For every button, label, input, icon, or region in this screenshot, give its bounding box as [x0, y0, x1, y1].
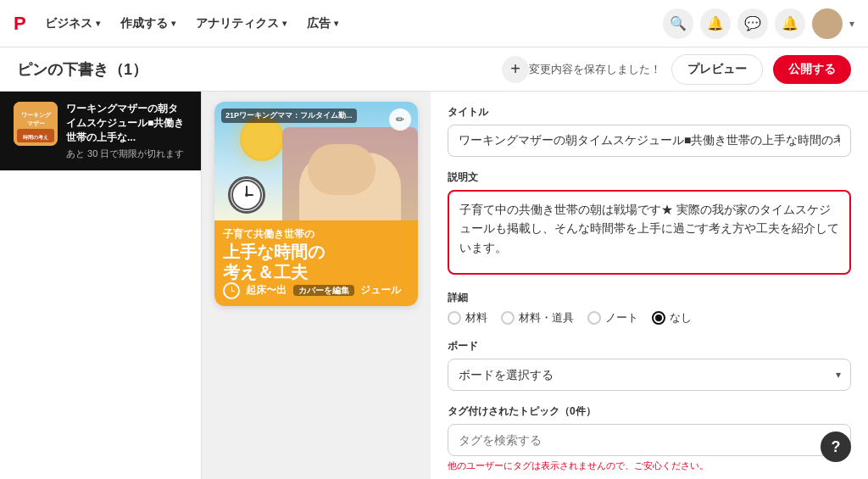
draft-thumbnail: ワーキング マザー 時間の考え [14, 102, 58, 146]
nav-business-chevron: ▾ [96, 19, 100, 28]
topnav-right: 🔍 🔔 💬 🔔 ▾ [663, 8, 854, 39]
sun-graphic [240, 117, 284, 161]
radio-materials-tools[interactable]: 材料・道具 [501, 310, 574, 326]
nav-ads-chevron: ▾ [334, 19, 338, 28]
svg-text:時間の考え: 時間の考え [23, 134, 48, 140]
svg-point-8 [245, 193, 248, 197]
messages-button[interactable]: 💬 [737, 8, 768, 39]
image-badge: 21Pワーキングママ：フルタイム勤... [221, 109, 357, 123]
nav-business-label: ビジネス [45, 16, 92, 31]
radio-none[interactable]: なし [652, 310, 692, 326]
preview-button[interactable]: プレビュー [671, 54, 763, 85]
detail-radio-group: 材料 材料・道具 ノート なし [448, 310, 851, 326]
title-input[interactable] [448, 125, 851, 157]
alerts-button[interactable]: 🔔 [775, 8, 805, 39]
page-title: ピンの下書き（1） [17, 59, 493, 80]
main-layout: ワーキング マザー 時間の考え ワーキングマザーの朝タイムスケジュール■共働き世… [0, 92, 868, 479]
pin-image-bottom: 子育て共働き世帯の 上手な時間の 考え＆工夫 起床〜出 カバーを編集 ジュール [214, 220, 418, 306]
draft-list: ワーキング マザー 時間の考え ワーキングマザーの朝タイムスケジュール■共働き世… [0, 92, 202, 479]
tag-search-input[interactable] [448, 424, 851, 456]
radio-materials[interactable]: 材料 [448, 310, 487, 326]
radio-label-materials: 材料 [465, 310, 487, 326]
pin-image-top: 21Pワーキングママ：フルタイム勤... ✏ [214, 102, 418, 220]
svg-text:マザー: マザー [27, 120, 45, 127]
draft-expire: あと 30 日で期限が切れます [66, 148, 187, 160]
svg-text:ワーキング: ワーキング [21, 112, 52, 118]
desc-label: 説明文 [448, 170, 851, 185]
subheader-actions: 変更内容を保存しました！ プレビュー 公開する [529, 54, 851, 85]
edit-image-button[interactable]: ✏ [389, 109, 411, 131]
pin-footer: 起床〜出 [246, 284, 287, 296]
user-avatar[interactable] [812, 8, 843, 39]
search-button[interactable]: 🔍 [663, 8, 693, 39]
pin-card: 21Pワーキングママ：フルタイム勤... ✏ 子育て共働き世帯の 上手な時間の … [214, 102, 418, 306]
clock-graphic [228, 176, 265, 214]
radio-circle-note [587, 311, 601, 325]
nav-business[interactable]: ビジネス ▾ [36, 11, 108, 36]
saved-message: 変更内容を保存しました！ [529, 62, 661, 77]
radio-dot-none [655, 315, 662, 321]
board-label: ボード [448, 339, 851, 354]
title-label: タイトル [448, 105, 851, 120]
draft-item[interactable]: ワーキング マザー 時間の考え ワーキングマザーの朝タイムスケジュール■共働き世… [0, 92, 201, 170]
pin-heading3: 考え＆工夫 [223, 262, 409, 282]
description-section: 説明文 子育て中の共働き世帯の朝は戦場です★ 実際の我が家のタイムスケジュールも… [448, 170, 851, 277]
subheader: ピンの下書き（1） + 変更内容を保存しました！ プレビュー 公開する [0, 47, 868, 92]
nav-create-label: 作成する [120, 16, 168, 31]
tags-section: タグ付けされたトピック（0件） 他のユーザーにタグは表示されませんので、ご安心く… [448, 404, 851, 472]
board-select[interactable]: ボードを選択する [448, 359, 851, 391]
nav-analytics[interactable]: アナリティクス ▾ [187, 11, 295, 36]
detail-label: 詳細 [448, 291, 851, 305]
radio-label-note: ノート [605, 310, 638, 326]
pin-subtext: 起床〜出 カバーを編集 ジュール [223, 282, 409, 299]
draft-info: ワーキングマザーの朝タイムスケジュール■共働き世帯の上手な... あと 30 日… [66, 102, 187, 160]
title-section: タイトル [448, 105, 851, 157]
radio-label-none: なし [670, 310, 692, 326]
account-chevron[interactable]: ▾ [849, 18, 854, 30]
publish-button[interactable]: 公開する [773, 55, 851, 84]
radio-circle-materials [448, 311, 461, 325]
board-select-wrapper: ボードを選択する ▾ [448, 359, 851, 391]
tags-label: タグ付けされたトピック（0件） [448, 404, 851, 419]
image-area: 21Pワーキングママ：フルタイム勤... ✏ 子育て共働き世帯の 上手な時間の … [202, 92, 431, 479]
nav-analytics-chevron: ▾ [282, 19, 287, 28]
draft-title: ワーキングマザーの朝タイムスケジュール■共働き世帯の上手な... [66, 102, 187, 144]
board-section: ボード ボードを選択する ▾ [448, 339, 851, 391]
detail-section: 詳細 材料 材料・道具 ノート なし [448, 291, 851, 326]
radio-circle-none [652, 311, 665, 325]
form-area: タイトル 説明文 子育て中の共働き世帯の朝は戦場です★ 実際の我が家のタイムスケ… [431, 92, 868, 479]
help-button[interactable]: ? [821, 432, 851, 462]
pin-heading1: 子育て共働き世帯の [223, 227, 409, 242]
tag-privacy-note: 他のユーザーにタグは表示されませんので、ご安心ください。 [448, 460, 851, 472]
add-draft-button[interactable]: + [502, 56, 529, 83]
nav-ads[interactable]: 広告 ▾ [298, 11, 347, 36]
radio-note[interactable]: ノート [587, 310, 638, 326]
nav-create[interactable]: 作成する ▾ [112, 11, 184, 36]
radio-label-materials-tools: 材料・道具 [519, 310, 574, 326]
nav-create-chevron: ▾ [171, 19, 175, 28]
pin-heading2: 上手な時間の [223, 242, 409, 262]
cover-edit-label[interactable]: カバーを編集 [293, 285, 354, 296]
topnav: P ビジネス ▾ 作成する ▾ アナリティクス ▾ 広告 ▾ 🔍 🔔 💬 🔔 ▾ [0, 0, 868, 47]
nav-menu: ビジネス ▾ 作成する ▾ アナリティクス ▾ 広告 ▾ [36, 11, 656, 36]
notifications-button[interactable]: 🔔 [700, 8, 731, 39]
radio-circle-materials-tools [501, 311, 515, 325]
description-textarea[interactable]: 子育て中の共働き世帯の朝は戦場です★ 実際の我が家のタイムスケジュールも掲載し、… [448, 190, 851, 275]
nav-analytics-label: アナリティクス [196, 16, 279, 31]
nav-ads-label: 広告 [307, 16, 331, 31]
pin-schedule-label: ジュール [360, 284, 401, 296]
pinterest-logo[interactable]: P [14, 13, 26, 35]
